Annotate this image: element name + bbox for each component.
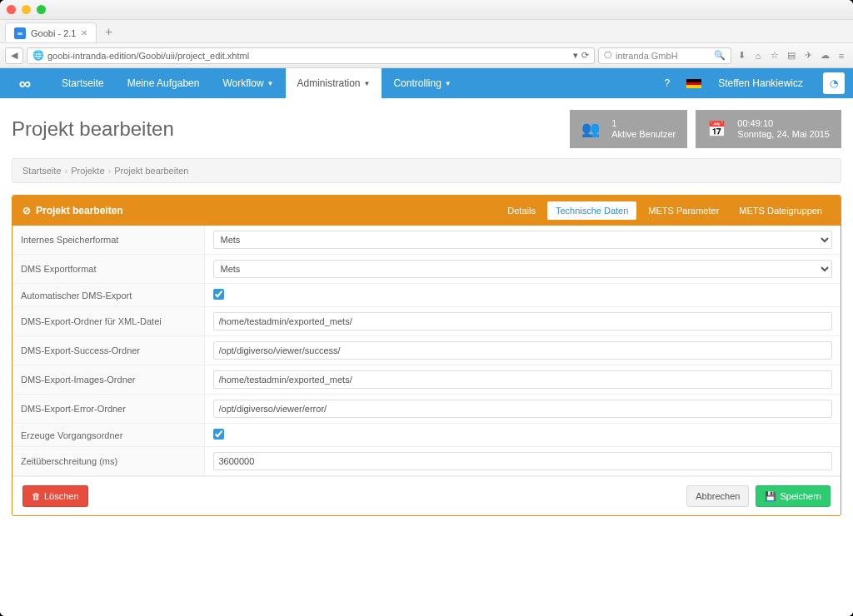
text-input[interactable] bbox=[213, 452, 833, 470]
form-row: Automatischer DMS-Export bbox=[12, 284, 841, 307]
users-icon: 👥 bbox=[581, 120, 600, 138]
bookmark-icon[interactable]: ☆ bbox=[768, 49, 781, 62]
back-button[interactable]: ◀ bbox=[5, 47, 23, 64]
user-avatar[interactable]: ◔ bbox=[823, 72, 845, 94]
maximize-window-button[interactable] bbox=[37, 5, 46, 14]
panel-tab-mets-parameter[interactable]: METS Parameter bbox=[640, 201, 727, 220]
page-title: Projekt bearbeiten bbox=[12, 117, 561, 141]
menu-icon[interactable]: ≡ bbox=[835, 49, 848, 62]
select-input[interactable]: Mets bbox=[213, 260, 833, 278]
text-input[interactable] bbox=[213, 312, 833, 330]
tab-favicon-icon: ∞ bbox=[14, 27, 26, 39]
panel-tab-details[interactable]: Details bbox=[499, 201, 544, 220]
browser-window: ∞ Goobi - 2.1 ✕ + ◀ 🌐 goobi-intranda-edi… bbox=[0, 0, 853, 616]
form-label: Internes Speicherformat bbox=[12, 226, 204, 255]
send-icon[interactable]: ✈ bbox=[801, 49, 815, 62]
delete-button[interactable]: 🗑 Löschen bbox=[22, 485, 88, 507]
chevron-down-icon: ▼ bbox=[267, 80, 274, 87]
username-label[interactable]: Steffen Hankiewicz bbox=[706, 68, 815, 98]
new-tab-button[interactable]: + bbox=[105, 25, 112, 38]
browser-tabstrip: ∞ Goobi - 2.1 ✕ + bbox=[0, 20, 853, 43]
chevron-down-icon: ▼ bbox=[445, 80, 451, 87]
minimize-window-button[interactable] bbox=[22, 5, 31, 14]
text-input[interactable] bbox=[213, 370, 833, 389]
block-icon: ⊘ bbox=[22, 205, 31, 216]
close-window-button[interactable] bbox=[7, 5, 16, 14]
form-value-cell bbox=[204, 365, 841, 395]
browser-tab[interactable]: ∞ Goobi - 2.1 ✕ bbox=[5, 22, 97, 42]
form-row: DMS-Export-Error-Ordner bbox=[12, 395, 841, 424]
cancel-button[interactable]: Abbrechen bbox=[686, 485, 749, 507]
trash-icon: 🗑 bbox=[32, 491, 41, 501]
save-button[interactable]: 💾 Speichern bbox=[756, 485, 831, 507]
nav-item-workflow[interactable]: Workflow▼ bbox=[211, 68, 285, 98]
active-users-box: 👥 1 Aktive Benutzer bbox=[570, 110, 687, 148]
nav-item-meine-aufgaben[interactable]: Meine Aufgaben bbox=[116, 68, 212, 98]
nav-item-administration[interactable]: Administration▼ bbox=[286, 68, 382, 98]
clock-date: Sonntag, 24. Mai 2015 bbox=[737, 129, 830, 140]
calendar-icon: 📅 bbox=[707, 120, 726, 138]
delete-label: Löschen bbox=[44, 491, 79, 501]
search-icon[interactable]: 🔍 bbox=[714, 50, 726, 61]
form-row: DMS-Export-Images-Ordner bbox=[12, 365, 841, 395]
app-navbar: ∞ StartseiteMeine AufgabenWorkflow▼Admin… bbox=[0, 68, 853, 98]
download-icon[interactable]: ⬇ bbox=[735, 49, 748, 62]
tab-title: Goobi - 2.1 bbox=[31, 28, 76, 38]
panel-header: ⊘ Projekt bearbeiten DetailsTechnische D… bbox=[12, 196, 841, 226]
browser-toolbar: ◀ 🌐 goobi-intranda-edition/Goobi/uii/pro… bbox=[0, 43, 853, 68]
breadcrumb-item[interactable]: Startseite bbox=[22, 166, 61, 176]
url-field[interactable]: 🌐 goobi-intranda-edition/Goobi/uii/proje… bbox=[27, 47, 595, 64]
form-value-cell bbox=[204, 424, 841, 447]
search-engine-icon: ⎔ bbox=[604, 50, 612, 61]
text-input[interactable] bbox=[213, 341, 833, 360]
select-input[interactable]: Mets bbox=[213, 231, 833, 249]
form-label: DMS-Export-Error-Ordner bbox=[12, 395, 204, 424]
panel-tab-mets-dateigruppen[interactable]: METS Dateigruppen bbox=[731, 201, 831, 220]
globe-icon: 🌐 bbox=[32, 50, 44, 61]
cancel-label: Abbrechen bbox=[696, 491, 740, 501]
form-label: DMS Exportformat bbox=[12, 255, 204, 284]
app-logo[interactable]: ∞ bbox=[0, 74, 50, 93]
form-label: DMS-Export-Ordner für XML-Datei bbox=[12, 307, 204, 336]
form-label: Erzeuge Vorgangsordner bbox=[12, 424, 204, 447]
breadcrumb: Startseite›Projekte›Projekt bearbeiten bbox=[12, 158, 841, 183]
dropdown-icon[interactable]: ▾ bbox=[573, 50, 578, 61]
browser-search-field[interactable]: ⎔ intranda GmbH 🔍 bbox=[598, 47, 731, 64]
clock-time: 00:49:10 bbox=[737, 118, 830, 129]
form-row: Erzeuge Vorgangsordner bbox=[12, 424, 841, 447]
edit-panel: ⊘ Projekt bearbeiten DetailsTechnische D… bbox=[12, 195, 841, 516]
form-table: Internes SpeicherformatMetsDMS Exportfor… bbox=[12, 226, 841, 476]
form-value-cell bbox=[204, 447, 841, 476]
form-row: DMS-Export-Success-Ordner bbox=[12, 336, 841, 365]
breadcrumb-item[interactable]: Projekte bbox=[71, 166, 104, 176]
form-value-cell bbox=[204, 395, 841, 424]
breadcrumb-separator-icon: › bbox=[108, 166, 112, 176]
panel-tab-technische-daten[interactable]: Technische Daten bbox=[547, 201, 636, 220]
panel-footer: 🗑 Löschen Abbrechen 💾 Speichern bbox=[12, 476, 841, 515]
nav-item-controlling[interactable]: Controlling▼ bbox=[382, 68, 462, 98]
help-icon[interactable]: ? bbox=[652, 68, 681, 98]
clipboard-icon[interactable]: ▤ bbox=[785, 49, 798, 62]
reload-icon[interactable]: ⟳ bbox=[581, 50, 589, 61]
form-label: DMS-Export-Success-Ordner bbox=[12, 336, 204, 365]
checkbox-input[interactable] bbox=[213, 429, 224, 440]
chevron-down-icon: ▼ bbox=[364, 80, 371, 87]
checkbox-input[interactable] bbox=[213, 289, 224, 300]
language-flag-icon[interactable] bbox=[681, 68, 706, 98]
save-label: Speichern bbox=[780, 491, 821, 501]
form-value-cell: Mets bbox=[204, 255, 841, 284]
search-placeholder: intranda GmbH bbox=[616, 51, 678, 61]
breadcrumb-item: Projekt bearbeiten bbox=[114, 166, 188, 176]
form-value-cell: Mets bbox=[204, 226, 841, 255]
active-users-count: 1 bbox=[611, 118, 676, 129]
clock-box: 📅 00:49:10 Sonntag, 24. Mai 2015 bbox=[696, 110, 841, 148]
form-value-cell bbox=[204, 336, 841, 365]
close-tab-icon[interactable]: ✕ bbox=[81, 28, 87, 37]
chat-icon[interactable]: ☁ bbox=[818, 49, 831, 62]
home-icon[interactable]: ⌂ bbox=[751, 49, 765, 62]
text-input[interactable] bbox=[213, 400, 833, 418]
form-label: Automatischer DMS-Export bbox=[12, 284, 204, 307]
nav-item-startseite[interactable]: Startseite bbox=[50, 68, 116, 98]
window-titlebar bbox=[0, 0, 853, 20]
form-row: Zeitüberschreitung (ms) bbox=[12, 447, 841, 476]
